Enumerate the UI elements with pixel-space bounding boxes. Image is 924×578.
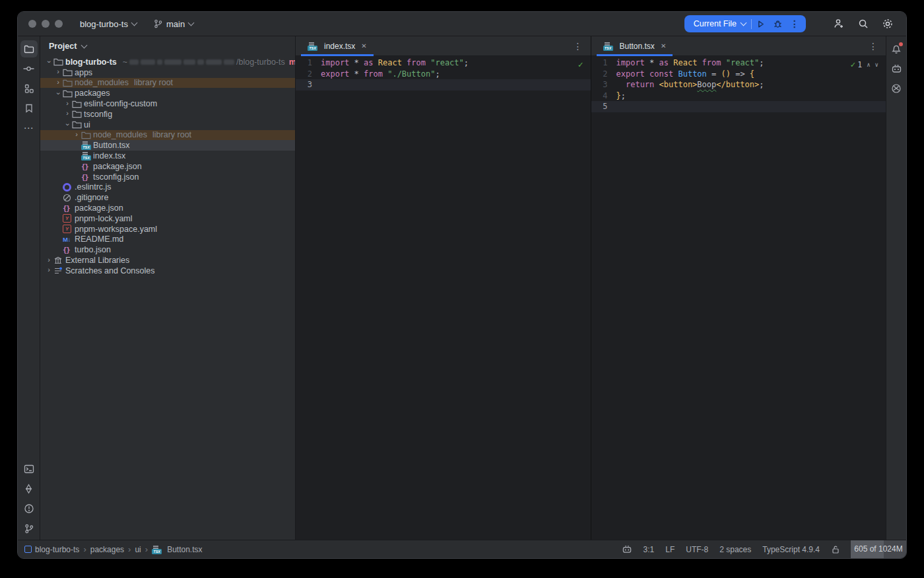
tree-row-tsconfig-json[interactable]: {}tsconfig.json xyxy=(40,172,295,182)
prev-problem-icon[interactable]: ∧ xyxy=(867,59,870,71)
tree-row-scratches-and-consoles[interactable]: ›Scratches and Consoles xyxy=(40,266,295,276)
tree-row-eslint-config-custom[interactable]: ›eslint-config-custom xyxy=(40,98,295,109)
tree-row-button-tsx[interactable]: TSXButton.tsx xyxy=(40,140,295,151)
tree-row-node-modules[interactable]: ›node_moduleslibrary root xyxy=(40,78,295,89)
tree-row-apps[interactable]: ›apps xyxy=(40,67,295,78)
tree-chevron-icon[interactable]: › xyxy=(63,100,72,107)
tree-chevron-icon[interactable]: › xyxy=(53,68,63,75)
breadcrumb-button-tsx[interactable]: TSXButton.tsx xyxy=(152,545,202,554)
tree-chevron-icon[interactable]: › xyxy=(63,110,72,117)
tab-options-icon[interactable]: ⋮ xyxy=(861,36,886,55)
status-typescript-4-9-4[interactable]: TypeScript 4.9.4 xyxy=(762,545,820,554)
tree-item-label: blog-turbo-ts xyxy=(65,57,117,67)
tree-chevron-icon[interactable]: › xyxy=(46,57,53,67)
editor-tab-button-tsx[interactable]: TSXButton.tsx✕ xyxy=(597,36,673,55)
inspection-widget[interactable]: ✓1∧∨ xyxy=(850,59,878,71)
tree-row-turbo-json[interactable]: {}turbo.json xyxy=(40,244,295,255)
tree-chevron-icon[interactable]: › xyxy=(44,266,53,273)
tree-item-label: pnpm-lock.yaml xyxy=(75,214,133,223)
project-toolwindow-header[interactable]: Project xyxy=(40,36,295,56)
code-editor[interactable]: 1import * as React from "react";2export … xyxy=(591,56,886,540)
inspection-ok-icon[interactable]: ✓ xyxy=(578,59,583,71)
structure-toolwindow-button[interactable] xyxy=(20,80,38,97)
module-icon xyxy=(24,546,32,553)
code-line[interactable]: 2export const Button = () => { xyxy=(591,69,886,80)
add-user-icon[interactable] xyxy=(832,17,845,30)
run-config-selector[interactable]: Current File xyxy=(687,15,751,32)
debug-button[interactable] xyxy=(769,15,786,32)
tree-chevron-icon[interactable]: › xyxy=(64,120,71,129)
minimize-window-button[interactable] xyxy=(42,20,50,28)
problems-toolwindow-button[interactable] xyxy=(20,500,38,517)
robot-status-icon[interactable] xyxy=(622,544,632,554)
unlock-icon[interactable] xyxy=(831,545,840,554)
status-lf[interactable]: LF xyxy=(665,545,675,554)
code-line[interactable]: 1import * as React from "react"; xyxy=(296,57,591,69)
tree-chevron-icon[interactable]: › xyxy=(55,89,62,98)
editor-tab-index-tsx[interactable]: TSXindex.tsx✕ xyxy=(301,36,374,55)
tree-row-external-libraries[interactable]: ›External Libraries xyxy=(40,255,295,266)
titlebar: blog-turbo-ts main Current File xyxy=(18,12,906,36)
status-2-spaces[interactable]: 2 spaces xyxy=(719,545,751,554)
editor-tab-strip: TSXindex.tsx✕⋮ xyxy=(296,36,591,56)
breadcrumb-ui[interactable]: ui xyxy=(135,545,141,554)
tree-row-readme-md[interactable]: M↓README.md xyxy=(40,235,295,245)
markdown-file-icon: M↓ xyxy=(63,235,75,244)
code-line[interactable]: 2export * from "./Button"; xyxy=(296,69,591,80)
tree-chevron-icon[interactable]: › xyxy=(53,79,63,86)
tree-item-label: eslint-config-custom xyxy=(84,99,157,108)
tree-row-ui[interactable]: ›ui xyxy=(40,120,295,130)
tree-row-index-tsx[interactable]: TSXindex.tsx xyxy=(40,151,295,161)
robot-icon[interactable] xyxy=(888,60,905,77)
code-line[interactable]: 5 xyxy=(591,101,886,112)
services-toolwindow-button[interactable] xyxy=(20,480,38,497)
tree-row-node-modules[interactable]: ›node_moduleslibrary root xyxy=(40,130,295,141)
tree-row-pnpm-workspace-yaml[interactable]: Ypnpm-workspace.yaml xyxy=(40,224,295,235)
code-line[interactable]: 3 return <button>Boop</button>; xyxy=(591,79,886,90)
code-line[interactable]: 1import * as React from "react"; xyxy=(591,57,886,69)
line-number: 5 xyxy=(591,101,616,112)
run-button[interactable] xyxy=(752,15,769,32)
terminal-toolwindow-button[interactable] xyxy=(20,460,38,478)
library-icon xyxy=(53,256,65,265)
memory-indicator[interactable]: 605 of 1024M xyxy=(851,540,906,558)
next-problem-icon[interactable]: ∨ xyxy=(875,59,878,71)
status-3-1[interactable]: 3:1 xyxy=(644,545,655,554)
project-selector[interactable]: blog-turbo-ts xyxy=(80,19,137,29)
status-widgets: 3:1LFUTF-82 spacesTypeScript 4.9.4 xyxy=(622,544,840,554)
bookmarks-toolwindow-button[interactable] xyxy=(20,100,38,117)
settings-gear-icon[interactable] xyxy=(881,17,894,30)
tree-row-packages[interactable]: ›packages xyxy=(40,88,295,98)
tree-chevron-icon[interactable]: › xyxy=(72,131,81,138)
version-control-toolwindow-button[interactable] xyxy=(20,520,38,537)
tree-row-gitignore[interactable]: .gitignore xyxy=(40,192,295,203)
code-line[interactable]: 4}; xyxy=(591,90,886,102)
globe-cross-icon[interactable] xyxy=(888,80,905,97)
close-tab-icon[interactable]: ✕ xyxy=(661,42,666,50)
branch-selector[interactable]: main xyxy=(154,19,193,29)
close-tab-icon[interactable]: ✕ xyxy=(361,42,366,50)
code-line[interactable]: 3 xyxy=(296,79,591,90)
breadcrumb-packages[interactable]: packages xyxy=(90,545,124,554)
tab-options-icon[interactable]: ⋮ xyxy=(566,36,591,55)
breadcrumb-blog-turbo-ts[interactable]: blog-turbo-ts xyxy=(24,545,79,554)
chevron-down-icon xyxy=(131,19,138,26)
tree-row-package-json[interactable]: {}package.json xyxy=(40,203,295,213)
commit-toolwindow-button[interactable] xyxy=(20,60,38,77)
notifications-bell-icon[interactable] xyxy=(888,40,905,57)
code-editor[interactable]: 1import * as React from "react";2export … xyxy=(296,56,591,540)
tree-row-blog-turbo-ts[interactable]: ›blog-turbo-ts~ /blog-turbo-tsmain/ø xyxy=(40,57,295,67)
tree-row-package-json[interactable]: {}package.json xyxy=(40,161,295,172)
project-toolwindow-button[interactable] xyxy=(20,40,38,57)
zoom-window-button[interactable] xyxy=(55,20,63,28)
tree-row-eslintrc-js[interactable]: .eslintrc.js xyxy=(40,182,295,193)
run-more-icon[interactable]: ⋮ xyxy=(786,15,803,32)
tree-row-pnpm-lock-yaml[interactable]: Ypnpm-lock.yaml xyxy=(40,213,295,224)
close-window-button[interactable] xyxy=(28,20,36,28)
tree-item-label: README.md xyxy=(75,235,123,244)
tree-chevron-icon[interactable]: › xyxy=(44,256,53,264)
tree-row-tsconfig[interactable]: ›tsconfig xyxy=(40,109,295,120)
more-toolwindows-icon[interactable]: ⋯ xyxy=(20,120,38,137)
search-icon[interactable] xyxy=(857,17,870,30)
status-utf-8[interactable]: UTF-8 xyxy=(686,545,708,554)
